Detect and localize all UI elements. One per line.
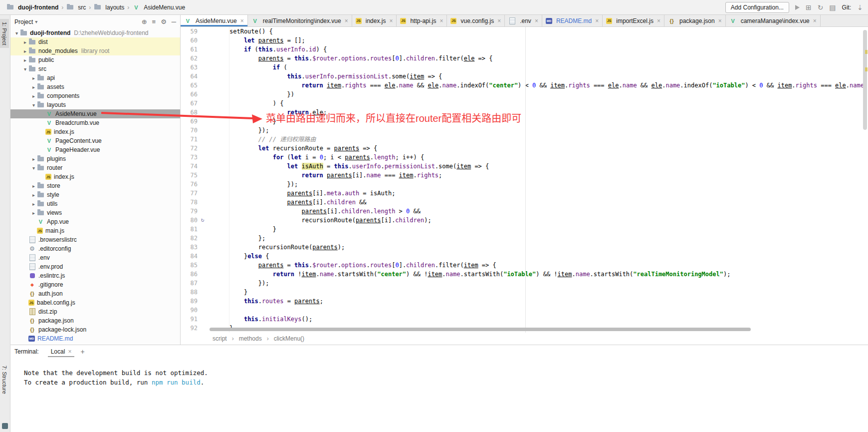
line-number[interactable]: 69 [181, 117, 198, 126]
tree-item[interactable]: JSindex.js [10, 172, 180, 181]
tree-item[interactable]: VAsideMenu.vue [10, 109, 180, 118]
tree-item[interactable]: .eslintrc.js [10, 271, 180, 280]
line-number[interactable]: 68 [181, 108, 198, 117]
line-number[interactable]: 75 [181, 171, 198, 180]
code-text[interactable]: }; [208, 234, 265, 243]
line-number[interactable]: 84 [181, 252, 198, 261]
hide-panel-icon[interactable]: ─ [172, 18, 176, 25]
line-number[interactable]: 72 [181, 144, 198, 153]
tree-item[interactable]: ▸node_moduleslibrary root [10, 46, 180, 55]
chevron-collapsed-icon[interactable]: ▸ [30, 75, 37, 81]
chevron-collapsed-icon[interactable]: ▸ [30, 210, 37, 216]
line-number[interactable]: 73 [181, 153, 198, 162]
line-number[interactable]: 71 [181, 135, 198, 144]
code-text[interactable]: let recursionRoute = parents => { [208, 144, 377, 153]
tree-item[interactable]: JSindex.js [10, 127, 180, 136]
code-text[interactable]: recursionRoute(parents); [208, 243, 345, 252]
line-number[interactable]: 62 [181, 54, 198, 63]
chevron-expanded-icon[interactable]: ▾ [30, 102, 37, 108]
code-text[interactable]: let isAuth = this.userInfo.permissionLis… [208, 162, 489, 171]
tree-item[interactable]: ▾router [10, 163, 180, 172]
tree-item[interactable]: MDREADME.md [10, 334, 180, 343]
code-text[interactable]: let parents = []; [208, 36, 305, 45]
sync-icon[interactable]: ↻ [818, 4, 824, 11]
tree-item[interactable]: VBreadcrumb.vue [10, 118, 180, 127]
event-log-icon[interactable] [2, 423, 8, 429]
project-panel-title[interactable]: Project [14, 18, 33, 25]
line-number[interactable]: 59 [181, 27, 198, 36]
line-number[interactable]: 65 [181, 81, 198, 90]
line-number[interactable]: 91 [181, 315, 198, 324]
tree-item[interactable]: ▸utils [10, 199, 180, 208]
line-number[interactable]: 90 [181, 306, 198, 315]
close-icon[interactable]: × [68, 348, 71, 355]
code-text[interactable]: return item.rights === ele.name && ele.n… [208, 81, 864, 90]
tree-item[interactable]: VPageContent.vue [10, 136, 180, 145]
code-text[interactable]: } [208, 225, 276, 234]
structure-toolwindow-button[interactable]: 7: Structure [0, 363, 9, 397]
tree-item[interactable]: JSbabel.config.js [10, 298, 180, 307]
line-number[interactable]: 87 [181, 279, 198, 288]
line-number[interactable]: 61 [181, 45, 198, 54]
error-stripe-mark[interactable] [865, 50, 868, 54]
run-icon[interactable] [795, 5, 800, 10]
code-text[interactable]: for (let i = 0; i < parents.length; i++)… [208, 153, 424, 162]
code-text[interactable]: parents = this.$router.options.routes[0]… [208, 261, 496, 270]
breadcrumb-item[interactable]: src [65, 3, 87, 12]
code-text[interactable]: setRoute() { [208, 27, 273, 36]
editor-breadcrumb-item[interactable]: script [213, 335, 227, 342]
editor-tab[interactable]: MDREADME.md× [542, 15, 603, 26]
vcs-update-icon[interactable]: ⇣ [857, 4, 863, 11]
tab-close-icon[interactable]: × [497, 17, 501, 24]
error-stripe-mark[interactable] [865, 67, 868, 71]
breadcrumb-item[interactable]: layouts [92, 3, 126, 12]
settings-gear-icon[interactable]: ⚙ [161, 18, 167, 25]
tree-item[interactable]: {}auth.json [10, 289, 180, 298]
tab-close-icon[interactable]: × [389, 17, 393, 24]
tree-item[interactable]: VPageHeader.vue [10, 145, 180, 154]
chevron-collapsed-icon[interactable]: ▸ [30, 93, 37, 99]
line-number[interactable]: 85 [181, 261, 198, 270]
chevron-expanded-icon[interactable]: ▾ [30, 165, 37, 171]
tab-close-icon[interactable]: × [595, 17, 599, 24]
code-text[interactable]: parents = this.$router.options.routes[0]… [208, 54, 493, 63]
line-number[interactable]: 86 [181, 270, 198, 279]
breadcrumb-item[interactable]: duoji-frontend [5, 3, 60, 12]
editor-tab[interactable]: JSvue.config.js× [447, 15, 505, 26]
project-toolwindow-button[interactable]: 1: Project [0, 19, 9, 48]
tab-close-icon[interactable]: × [240, 17, 244, 24]
code-text[interactable]: } [208, 288, 247, 297]
code-text[interactable]: this.initialKeys(); [208, 315, 312, 324]
tab-close-icon[interactable]: × [718, 17, 722, 24]
new-terminal-icon[interactable]: + [80, 348, 84, 356]
editor-tab[interactable]: JShttp-api.js× [397, 15, 447, 26]
tab-close-icon[interactable]: × [535, 17, 538, 24]
tab-close-icon[interactable]: × [813, 17, 817, 24]
tree-item[interactable]: ▸style [10, 190, 180, 199]
tree-item[interactable]: ▸store [10, 181, 180, 190]
tree-item[interactable]: ▸assets [10, 82, 180, 91]
tree-item[interactable]: ▾duoji-frontendD:\zheheWeb\duoji-fronten… [10, 28, 180, 37]
tree-item[interactable]: ▸views [10, 208, 180, 217]
breadcrumb-item[interactable]: VAsideMenu.vue [131, 3, 187, 12]
code-editor[interactable]: 59setRoute() {60 let parents = [];61 if … [181, 27, 868, 333]
code-text[interactable]: parents[i].children.length > 0 && [208, 207, 421, 216]
line-number[interactable]: 66 [181, 90, 198, 99]
chevron-expanded-icon[interactable]: ▾ [13, 30, 20, 36]
tree-item[interactable]: ▸public [10, 55, 180, 64]
tab-close-icon[interactable]: × [439, 17, 443, 24]
tree-item[interactable]: ▾src [10, 64, 180, 73]
line-number[interactable]: 76 [181, 180, 198, 189]
tree-item[interactable]: ▸plugins [10, 154, 180, 163]
line-number[interactable]: 81 [181, 225, 198, 234]
line-number[interactable]: 92 [181, 324, 198, 333]
code-text[interactable]: ) { [208, 99, 283, 108]
tree-item[interactable]: .browserslistrc [10, 235, 180, 244]
add-configuration-button[interactable]: Add Configuration... [725, 2, 789, 13]
code-text[interactable]: }); [208, 180, 298, 189]
chevron-collapsed-icon[interactable]: ▸ [22, 57, 28, 63]
terminal-tab-local[interactable]: Local × [48, 346, 75, 357]
locate-file-icon[interactable]: ⊕ [142, 18, 147, 25]
code-text[interactable]: return !item.name.startsWith("center") &… [208, 270, 730, 279]
tree-item[interactable]: .env.prod [10, 262, 180, 271]
